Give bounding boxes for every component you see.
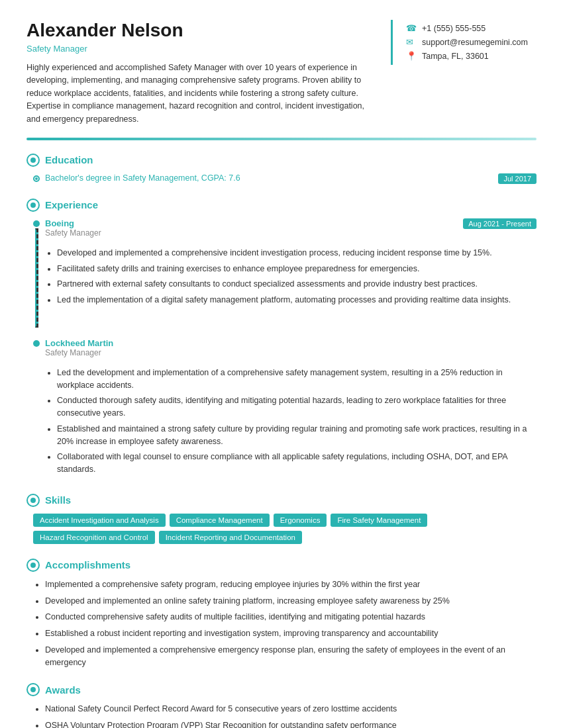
contact-info: ☎ +1 (555) 555-555 ✉ support@resumegemin…: [391, 20, 537, 65]
boeing-role: Safety Manager: [45, 228, 101, 238]
accomplishments-list: Implemented a comprehensive safety progr…: [26, 578, 537, 669]
skill-tag-5: Hazard Recognition and Control: [33, 531, 155, 544]
resume-header: Alexander Nelson Safety Manager Highly e…: [26, 20, 537, 126]
boeing-bullets: Developed and implemented a comprehensiv…: [45, 247, 537, 306]
experience-section: Experience Boeing Safety Manager Aug 202…: [26, 199, 537, 479]
skill-tag-6: Incident Reporting and Documentation: [159, 531, 302, 544]
lockheed-content: Lockheed Martin Safety Manager Led the d…: [45, 338, 537, 479]
edu-dot-icon: [33, 175, 40, 182]
awards-section: Awards National Safety Council Perfect R…: [26, 683, 537, 728]
location-icon: 📍: [406, 51, 417, 61]
accomplishment-3: Conducted comprehensive safety audits of…: [45, 611, 537, 623]
summary-text: Highly experienced and accomplished Safe…: [26, 62, 378, 126]
email-icon: ✉: [406, 37, 417, 47]
awards-list: National Safety Council Perfect Record A…: [26, 703, 537, 728]
job-boeing: Boeing Safety Manager Aug 2021 - Present…: [26, 218, 537, 328]
boeing-bullet-3: Partnered with external safety consultan…: [57, 278, 537, 291]
accomplishments-icon: [26, 559, 40, 572]
lockheed-bullet-4: Collaborated with legal counsel to ensur…: [57, 451, 537, 476]
lockheed-dot-container: [33, 338, 40, 347]
accomplishments-section: Accomplishments Implemented a comprehens…: [26, 559, 537, 669]
education-date: Jul 2017: [498, 173, 537, 184]
location-contact: 📍 Tampa, FL, 33601: [406, 51, 537, 61]
lockheed-bullet-3: Established and maintained a strong safe…: [57, 423, 537, 448]
skills-section: Skills Accident Investigation and Analys…: [26, 494, 537, 544]
phone-contact: ☎ +1 (555) 555-555: [406, 23, 537, 33]
lockheed-dot: [33, 340, 40, 347]
boeing-company: Boeing: [45, 218, 101, 228]
lockheed-role: Safety Manager: [45, 348, 113, 357]
education-degree: Bachelor's degree in Safety Management, …: [45, 173, 240, 183]
header-left: Alexander Nelson Safety Manager Highly e…: [26, 20, 391, 126]
education-icon: [26, 154, 40, 167]
lockheed-name-role: Lockheed Martin Safety Manager: [45, 338, 113, 361]
phone-icon: ☎: [406, 23, 417, 33]
location-text: Tampa, FL, 33601: [422, 52, 489, 61]
education-title: Education: [45, 154, 93, 165]
candidate-title: Safety Manager: [26, 44, 378, 54]
lockheed-bullets: Led the development and implementation o…: [45, 367, 537, 476]
lockheed-bullet-1: Led the development and implementation o…: [57, 367, 537, 392]
skill-tag-2: Compliance Management: [170, 514, 270, 527]
boeing-bullet-2: Facilitated safety drills and training e…: [57, 263, 537, 275]
skills-tags-container: Accident Investigation and Analysis Comp…: [26, 514, 537, 544]
accomplishment-1: Implemented a comprehensive safety progr…: [45, 578, 537, 591]
accomplishments-title: Accomplishments: [45, 559, 130, 570]
accomplishments-header: Accomplishments: [26, 559, 537, 572]
boeing-header-row: Boeing Safety Manager Aug 2021 - Present: [45, 218, 537, 242]
education-header: Education: [26, 154, 537, 167]
boeing-date: Aug 2021 - Present: [463, 218, 537, 229]
skills-header: Skills: [26, 494, 537, 507]
lockheed-header-row: Lockheed Martin Safety Manager: [45, 338, 537, 361]
email-address: support@resumegemini.com: [422, 38, 528, 47]
section-divider: [26, 138, 537, 140]
education-item-row: Bachelor's degree in Safety Management, …: [26, 173, 537, 184]
boeing-bullet-1: Developed and implemented a comprehensiv…: [57, 247, 537, 259]
skills-title: Skills: [45, 494, 71, 506]
boeing-content: Boeing Safety Manager Aug 2021 - Present…: [45, 218, 537, 310]
awards-title: Awards: [45, 684, 81, 696]
awards-header: Awards: [26, 683, 537, 696]
skill-tag-3: Ergonomics: [274, 514, 327, 527]
lockheed-bullet-2: Conducted thorough safety audits, identi…: [57, 394, 537, 420]
experience-title: Experience: [45, 199, 98, 210]
award-1: National Safety Council Perfect Record A…: [45, 703, 537, 715]
skills-icon: [26, 494, 40, 507]
candidate-name: Alexander Nelson: [26, 20, 378, 41]
accomplishment-2: Developed and implemented an online safe…: [45, 595, 537, 608]
education-section: Education Bachelor's degree in Safety Ma…: [26, 154, 537, 184]
experience-icon: [26, 199, 40, 212]
lockheed-company: Lockheed Martin: [45, 338, 113, 348]
boeing-dot-container: [33, 218, 40, 328]
awards-icon: [26, 683, 40, 696]
boeing-dot: [33, 220, 40, 227]
experience-header: Experience: [26, 199, 537, 212]
skill-tag-1: Accident Investigation and Analysis: [33, 514, 166, 527]
job-lockheed: Lockheed Martin Safety Manager Led the d…: [26, 338, 537, 479]
accomplishment-5: Developed and implemented a comprehensiv…: [45, 644, 537, 669]
email-contact: ✉ support@resumegemini.com: [406, 37, 537, 47]
phone-number: +1 (555) 555-555: [422, 24, 486, 33]
boeing-bullet-4: Led the implementation of a digital safe…: [57, 294, 537, 306]
boeing-name-role: Boeing Safety Manager: [45, 218, 101, 242]
boeing-line: [35, 228, 38, 328]
skill-tag-4: Fire Safety Management: [331, 514, 427, 527]
award-2: OSHA Voluntary Protection Program (VPP) …: [45, 719, 537, 728]
accomplishment-4: Established a robust incident reporting …: [45, 627, 537, 640]
education-item: Bachelor's degree in Safety Management, …: [26, 173, 240, 183]
